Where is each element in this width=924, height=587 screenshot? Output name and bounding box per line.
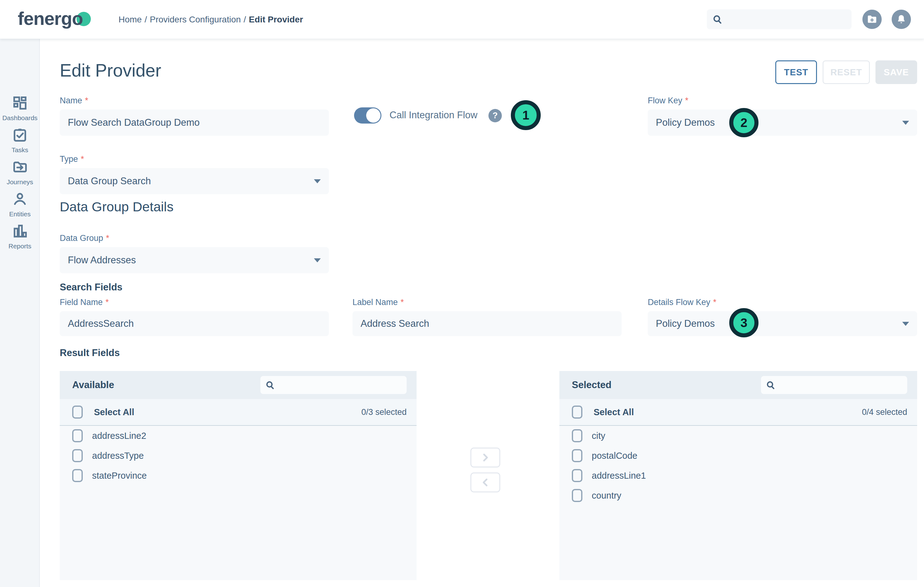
item-checkbox[interactable] [572, 449, 582, 462]
test-button[interactable]: TEST [775, 60, 817, 84]
list-item[interactable]: city [559, 426, 917, 446]
search-icon [266, 380, 275, 390]
bar-chart-icon [12, 223, 28, 239]
item-label: postalCode [592, 451, 637, 461]
list-item[interactable]: postalCode [559, 446, 917, 466]
sidebar-item-label: Entities [9, 210, 31, 218]
type-value: Data Group Search [68, 175, 151, 187]
sidebar-item-tasks[interactable]: Tasks [0, 127, 40, 154]
chevron-right-icon [480, 452, 491, 463]
item-checkbox[interactable] [572, 489, 582, 502]
list-item[interactable]: addressType [60, 446, 417, 466]
item-checkbox[interactable] [572, 429, 582, 442]
available-panel-header: Available [60, 371, 417, 399]
notifications-button[interactable] [892, 10, 911, 29]
available-select-all-checkbox[interactable] [72, 405, 83, 418]
help-icon[interactable]: ? [488, 109, 502, 122]
required-asterisk: * [106, 298, 109, 307]
flow-key-select[interactable]: Policy Demos [648, 109, 917, 136]
required-asterisk: * [85, 96, 88, 105]
item-checkbox[interactable] [72, 429, 83, 442]
chevron-left-icon [480, 477, 491, 488]
reset-button[interactable]: RESET [823, 60, 870, 84]
folder-arrow-right-icon [12, 159, 28, 175]
details-flow-key-select[interactable]: Policy Demos [648, 311, 917, 336]
add-provider-button[interactable] [862, 10, 882, 29]
selected-count: 0/4 selected [862, 407, 907, 417]
selected-panel-header: Selected [559, 371, 917, 399]
sidebar-item-entities[interactable]: Entities [0, 191, 40, 218]
item-label: country [592, 491, 621, 501]
dashboard-grid-icon [12, 95, 28, 111]
available-search [261, 376, 407, 394]
fenergo-logo[interactable]: fenergo [18, 8, 83, 29]
type-select[interactable]: Data Group Search [60, 168, 329, 194]
selected-list: city postalCode addressLine1 country [559, 426, 917, 580]
field-name-input[interactable] [68, 318, 321, 329]
call-integration-flow-toggle[interactable] [354, 107, 381, 124]
type-label: Type* [60, 154, 84, 164]
available-search-input[interactable] [279, 380, 402, 390]
required-asterisk: * [713, 298, 716, 307]
required-asterisk: * [401, 298, 404, 307]
section-data-group-details: Data Group Details [60, 199, 173, 215]
sidebar-item-label: Journeys [7, 179, 33, 186]
available-list: addressLine2 addressType stateProvince [60, 426, 417, 580]
sidebar-item-reports[interactable]: Reports [0, 223, 40, 250]
name-field [60, 109, 329, 136]
save-button[interactable]: SAVE [876, 60, 917, 84]
item-label: addressLine2 [92, 431, 146, 441]
label-name-label: Label Name* [353, 298, 404, 307]
sidebar-item-label: Tasks [12, 146, 28, 154]
breadcrumb-home[interactable]: Home [119, 15, 142, 25]
flow-key-value: Policy Demos [656, 117, 715, 128]
list-item[interactable]: addressLine1 [559, 466, 917, 486]
move-left-button[interactable] [470, 473, 500, 493]
selected-search [761, 376, 907, 394]
field-name-field [60, 311, 329, 336]
logo-text: fenerg [18, 8, 72, 29]
breadcrumb-providers-configuration[interactable]: Providers Configuration [150, 15, 241, 25]
required-asterisk: * [106, 233, 109, 243]
data-group-select[interactable]: Flow Addresses [60, 247, 329, 273]
name-label: Name* [60, 96, 88, 106]
label-name-input[interactable] [361, 318, 614, 329]
logo-o-mark: o [72, 8, 83, 29]
sidebar-item-journeys[interactable]: Journeys [0, 159, 40, 186]
data-group-value: Flow Addresses [68, 255, 136, 266]
sidebar-item-label: Reports [8, 243, 31, 250]
global-search-input[interactable] [727, 14, 846, 24]
list-item[interactable]: stateProvince [60, 466, 417, 486]
search-icon [713, 14, 723, 24]
breadcrumb-separator: / [145, 15, 147, 25]
field-name-label: Field Name* [60, 298, 109, 307]
section-result-fields: Result Fields [60, 347, 120, 359]
item-label: stateProvince [92, 471, 147, 481]
sidebar-item-label: Dashboards [2, 114, 37, 122]
chevron-down-icon [902, 121, 909, 125]
selected-panel: Selected Select All 0/4 selected city po… [559, 371, 917, 580]
selected-search-input[interactable] [779, 380, 902, 390]
required-asterisk: * [81, 154, 84, 164]
folder-plus-icon [866, 14, 878, 25]
sidebar-item-dashboards[interactable]: Dashboards [0, 95, 40, 122]
item-label: addressLine1 [592, 471, 646, 481]
annotation-1: 1 [511, 100, 541, 130]
selected-select-all-checkbox[interactable] [572, 405, 582, 418]
chevron-down-icon [314, 258, 321, 262]
item-checkbox[interactable] [72, 469, 83, 482]
item-label: addressType [92, 451, 144, 461]
item-checkbox[interactable] [572, 469, 582, 482]
available-select-all-row: Select All 0/3 selected [60, 399, 417, 426]
app-header: fenergo Home / Providers Configuration /… [0, 0, 924, 39]
data-group-label: Data Group* [60, 233, 109, 243]
move-right-button[interactable] [470, 448, 500, 468]
item-checkbox[interactable] [72, 449, 83, 462]
selected-select-all-label: Select All [594, 407, 634, 417]
list-item[interactable]: country [559, 486, 917, 506]
name-input[interactable] [68, 117, 321, 128]
list-item[interactable]: addressLine2 [60, 426, 417, 446]
available-count: 0/3 selected [361, 407, 407, 417]
chevron-down-icon [902, 322, 909, 326]
page-title: Edit Provider [60, 60, 161, 81]
